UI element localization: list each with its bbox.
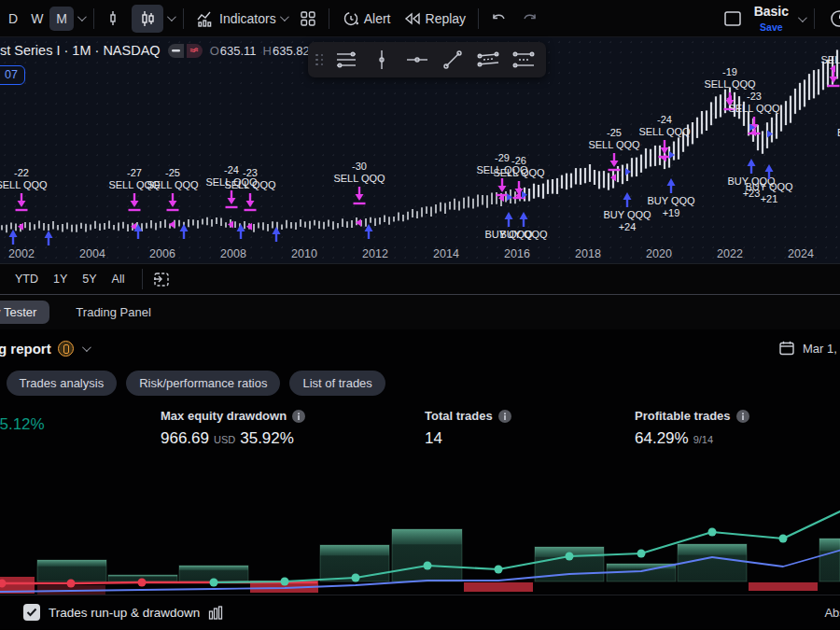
stat-total-trades: Total trades14 <box>425 409 511 448</box>
publish-icon[interactable] <box>820 4 840 34</box>
ohlc-item: H635.82 <box>263 44 310 58</box>
info-icon[interactable] <box>292 410 305 423</box>
svg-text:BUY QQQ: BUY QQQ <box>647 195 695 206</box>
replay-label: Replay <box>426 11 467 26</box>
svg-text:-23: -23 <box>747 91 762 102</box>
svg-text:SELL QQQ: SELL QQQ <box>147 179 199 190</box>
candle-style-button[interactable] <box>132 5 163 33</box>
absolute-toggle[interactable]: Absolute <box>824 606 840 620</box>
teal-dot <box>210 579 218 587</box>
parallel-channel-tool-icon[interactable] <box>473 46 503 74</box>
horizontal-lines-tool-icon[interactable] <box>331 46 361 74</box>
svg-text:2008: 2008 <box>220 247 246 260</box>
chart-type-icon[interactable] <box>208 606 223 620</box>
divider <box>183 8 184 29</box>
goto-date-icon[interactable] <box>152 270 171 288</box>
interval-dropdown-button[interactable] <box>74 10 88 26</box>
interval-button-d[interactable]: D <box>2 7 24 31</box>
svg-text:2002: 2002 <box>8 247 35 260</box>
svg-text:2016: 2016 <box>504 247 530 260</box>
calendar-icon <box>778 340 795 357</box>
premium-coin-icon <box>58 341 74 357</box>
tab-strategy-tester[interactable]: tegy Tester <box>0 301 49 324</box>
svg-text:SELL QQQ: SELL QQQ <box>333 173 385 184</box>
candle-style-dropdown[interactable] <box>163 10 177 26</box>
report-tab-1[interactable]: Trades analysis <box>7 371 118 396</box>
stat-percent: 35.92% <box>240 429 294 448</box>
fullscreen-icon[interactable] <box>717 6 749 32</box>
report-tab-2[interactable]: Risk/performance ratios <box>126 371 280 396</box>
replay-button[interactable]: Replay <box>398 7 473 31</box>
order-price-badge[interactable]: 07 <box>0 65 25 85</box>
svg-text:SELL QQQ: SELL QQQ <box>638 126 691 137</box>
symbol-legend[interactable]: st Series I · 1M · NASDAQ O635.11H635.82… <box>0 43 354 58</box>
symbol-title[interactable]: st Series I · 1M · NASDAQ <box>0 43 161 58</box>
interval-buttons: DWM <box>2 7 74 31</box>
hide-strategy-icon[interactable] <box>168 44 184 58</box>
svg-text:2004: 2004 <box>79 247 105 260</box>
plan-label: Basic <box>754 5 789 19</box>
range-button-5y[interactable]: 5Y <box>75 269 104 289</box>
horizontal-ray-tool-icon[interactable] <box>402 46 432 74</box>
runup-bar <box>392 529 462 581</box>
report-date-range[interactable]: Mar 1, <box>778 329 840 367</box>
svg-text:2022: 2022 <box>717 247 743 260</box>
divider <box>93 8 94 29</box>
runup-bar <box>37 560 106 581</box>
sell-marker: -30SELL QQQ <box>333 161 385 227</box>
red-dot <box>138 579 147 587</box>
svg-text:+24: +24 <box>619 221 637 232</box>
runup-drawdown-checkbox-label[interactable]: Trades run-up & drawdown <box>49 606 200 620</box>
interval-button-m[interactable]: M <box>49 7 74 31</box>
time-axis: 2002200420062008201020122014201620182020… <box>8 247 814 260</box>
svg-text:2024: 2024 <box>788 247 814 260</box>
undo-button[interactable] <box>484 7 514 30</box>
templates-grid-icon[interactable] <box>293 6 323 32</box>
runup-drawdown-checkbox[interactable] <box>23 604 40 621</box>
range-button-all[interactable]: All <box>105 269 133 289</box>
alert-button[interactable]: Alert <box>335 5 398 33</box>
stat-max-equity-drawdown: Max equity drawdown966.69USD35.92% <box>161 409 305 448</box>
save-label[interactable]: Save <box>760 22 783 33</box>
floating-drawing-toolbar[interactable] <box>308 42 546 77</box>
teal-dot <box>708 528 717 537</box>
source-code-icon[interactable] <box>187 44 203 58</box>
sell-marker: -27SELL QQQ <box>108 167 161 231</box>
vertical-line-tool-icon[interactable] <box>367 46 397 74</box>
buy-marker <box>180 224 189 239</box>
flat-channel-tool-icon[interactable] <box>509 46 539 74</box>
bar-style-icon[interactable] <box>100 5 132 33</box>
svg-text:+19: +19 <box>663 207 680 218</box>
tab-trading-panel[interactable]: Trading Panel <box>76 305 150 319</box>
sell-marker: -22SELL QQQ <box>0 167 48 231</box>
drawdown-bar <box>464 582 533 592</box>
info-icon[interactable] <box>736 410 749 423</box>
redo-button[interactable] <box>514 7 544 30</box>
tradingview-app: DWM Indicators <box>0 0 840 630</box>
stat-unit: USD <box>214 434 235 445</box>
report-tab-3[interactable]: List of trades <box>289 371 385 396</box>
range-button-ytd[interactable]: YTD <box>7 269 46 289</box>
plan-dropdown[interactable] <box>794 11 808 27</box>
svg-text:2020: 2020 <box>646 247 672 260</box>
main-chart-area[interactable]: 2002200420062008201020122014201620182020… <box>0 37 840 264</box>
stat-ratio: 9/14 <box>693 434 713 445</box>
drag-handle[interactable] <box>315 54 324 66</box>
drawdown-bar <box>749 582 818 591</box>
strategy-toggles <box>168 44 203 58</box>
svg-text:SELL QQQ: SELL QQQ <box>704 78 756 90</box>
report-tabs: ormanceTrades analysisRisk/performance r… <box>0 371 840 396</box>
report-header: g report Mar 1, <box>0 329 840 367</box>
range-button-1y[interactable]: 1Y <box>46 269 75 289</box>
alert-label: Alert <box>364 11 391 26</box>
indicators-label: Indicators <box>219 11 276 26</box>
plan-save-button[interactable]: Basic Save <box>749 3 794 35</box>
report-dropdown-chevron-icon[interactable] <box>82 343 91 352</box>
trend-line-tool-icon[interactable] <box>438 46 468 74</box>
interval-button-w[interactable]: W <box>24 7 49 31</box>
svg-text:SELL QQQ: SELL QQQ <box>224 179 276 190</box>
info-icon[interactable] <box>498 410 511 423</box>
indicators-button[interactable]: Indicators <box>189 6 293 32</box>
ohlc-item: O635.11 <box>210 44 257 58</box>
teal-dot <box>281 578 289 586</box>
